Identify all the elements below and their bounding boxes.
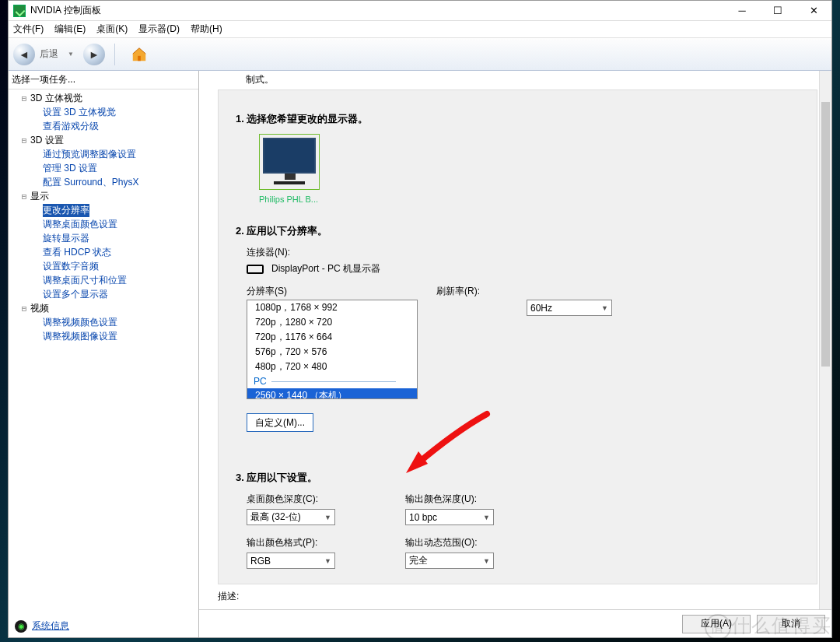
window-title: NVIDIA 控制面板 — [30, 4, 101, 17]
res-item[interactable]: 480p，720 × 480 — [247, 360, 417, 374]
customize-button[interactable]: 自定义(M)... — [247, 413, 313, 432]
resolution-label: 分辨率(S) — [247, 285, 287, 298]
task-sidebar: 选择一项任务... ⊟3D 立体视觉 设置 3D 立体视觉 查看游戏分级 ⊟3D… — [9, 71, 199, 637]
cat-display[interactable]: 显示 — [30, 190, 49, 203]
expand-icon[interactable]: ⊟ — [18, 135, 30, 146]
toolbar: ◄ 后退 ▼ ► — [9, 38, 831, 71]
chevron-down-icon: ▼ — [483, 514, 490, 521]
expand-icon[interactable]: ⊟ — [18, 191, 30, 202]
cat-video[interactable]: 视频 — [30, 302, 49, 315]
menu-desktop[interactable]: 桌面(K) — [96, 23, 128, 36]
close-button[interactable]: ✕ — [796, 1, 831, 21]
item-video-color[interactable]: 调整视频颜色设置 — [43, 316, 117, 329]
system-info-link[interactable]: 系统信息 — [32, 619, 69, 633]
item-surround-physx[interactable]: 配置 Surround、PhysX — [43, 176, 138, 189]
forward-button[interactable]: ► — [83, 44, 105, 65]
nvidia-control-panel-window: NVIDIA 控制面板 ─ ☐ ✕ 文件(F) 编辑(E) 桌面(K) 显示器(… — [8, 0, 832, 638]
main-scrollbar[interactable] — [819, 71, 831, 609]
item-preview-image[interactable]: 通过预览调整图像设置 — [43, 148, 136, 161]
res-item[interactable]: 576p，720 × 576 — [247, 345, 417, 360]
nvidia-icon — [13, 5, 26, 17]
item-hdcp-status[interactable]: 查看 HDCP 状态 — [43, 246, 111, 259]
truncated-text: 制式。 — [246, 73, 274, 86]
refresh-dropdown[interactable]: 60Hz▼ — [527, 300, 612, 316]
refresh-label: 刷新率(R): — [436, 285, 480, 298]
displayport-icon — [247, 265, 264, 274]
chevron-down-icon: ▼ — [324, 557, 331, 565]
output-format-dropdown[interactable]: RGB▼ — [247, 553, 335, 569]
step1-label: 1. 选择您希望更改的显示器。 — [236, 112, 800, 126]
desktop-depth-dropdown[interactable]: 最高 (32-位)▼ — [247, 509, 335, 525]
chevron-down-icon: ▼ — [483, 557, 490, 565]
res-group-pc: PC — [247, 374, 417, 388]
res-item[interactable]: 1080p，1768 × 992 — [247, 300, 417, 315]
res-item[interactable]: 720p，1176 × 664 — [247, 330, 417, 345]
item-change-resolution[interactable]: 更改分辨率 — [43, 204, 89, 217]
minimize-button[interactable]: ─ — [724, 1, 760, 21]
home-icon[interactable] — [131, 46, 148, 63]
desktop-depth-label: 桌面颜色深度(C): — [247, 493, 335, 506]
item-view-game-rating[interactable]: 查看游戏分级 — [43, 120, 99, 133]
maximize-button[interactable]: ☐ — [760, 1, 796, 21]
step2-label: 2. 应用以下分辨率。 — [236, 224, 800, 238]
item-multi-display[interactable]: 设置多个显示器 — [43, 288, 108, 301]
item-manage-3d[interactable]: 管理 3D 设置 — [43, 162, 97, 175]
titlebar[interactable]: NVIDIA 控制面板 ─ ☐ ✕ — [9, 1, 831, 21]
sidebar-heading: 选择一项任务... — [9, 71, 198, 89]
description-label: 描述: — [218, 590, 817, 603]
menu-edit[interactable]: 编辑(E) — [54, 23, 86, 36]
monitor-thumbnail[interactable] — [259, 134, 320, 190]
back-label: 后退 — [40, 47, 58, 61]
dynamic-range-dropdown[interactable]: 完全▼ — [405, 553, 494, 569]
output-depth-label: 输出颜色深度(U): — [405, 493, 494, 506]
back-dropdown-icon[interactable]: ▼ — [68, 51, 74, 58]
item-desktop-color[interactable]: 调整桌面颜色设置 — [43, 218, 117, 231]
task-tree[interactable]: ⊟3D 立体视觉 设置 3D 立体视觉 查看游戏分级 ⊟3D 设置 通过预览调整… — [9, 89, 198, 637]
cat-3d-stereo[interactable]: 3D 立体视觉 — [30, 92, 82, 105]
monitor-name: Philips PHL B... — [259, 195, 800, 204]
chevron-down-icon: ▼ — [601, 304, 608, 312]
watermark: 值什么值得买 — [705, 613, 832, 640]
item-rotate-display[interactable]: 旋转显示器 — [43, 232, 89, 245]
sysinfo-icon: ◉ — [15, 620, 27, 633]
dynamic-range-label: 输出动态范围(O): — [405, 536, 494, 549]
connector-value: DisplayPort - PC 机显示器 — [271, 262, 380, 275]
res-item[interactable]: 720p，1280 × 720 — [247, 315, 417, 330]
menu-display[interactable]: 显示器(D) — [138, 23, 180, 36]
menubar: 文件(F) 编辑(E) 桌面(K) 显示器(D) 帮助(H) — [9, 21, 831, 38]
output-depth-dropdown[interactable]: 10 bpc▼ — [405, 509, 494, 525]
item-set-3d-stereo[interactable]: 设置 3D 立体视觉 — [43, 106, 116, 119]
expand-icon[interactable]: ⊟ — [18, 93, 30, 103]
res-item-selected[interactable]: 2560 × 1440 （本机） — [247, 388, 417, 399]
output-format-label: 输出颜色格式(P): — [247, 536, 335, 549]
menu-help[interactable]: 帮助(H) — [191, 23, 222, 36]
main-panel: 制式。 1. 选择您希望更改的显示器。 Philips PHL B... 2. … — [199, 71, 831, 637]
item-digital-audio[interactable]: 设置数字音频 — [43, 260, 99, 273]
settings-panel: 1. 选择您希望更改的显示器。 Philips PHL B... 2. 应用以下… — [218, 89, 817, 584]
expand-icon[interactable]: ⊟ — [18, 303, 30, 314]
cat-3d-settings[interactable]: 3D 设置 — [30, 134, 64, 147]
connector-label: 连接器(N): — [247, 246, 800, 259]
back-button[interactable]: ◄ — [13, 44, 35, 65]
chevron-down-icon: ▼ — [324, 514, 331, 521]
menu-file[interactable]: 文件(F) — [13, 23, 44, 36]
step3-label: 3. 应用以下设置。 — [236, 471, 800, 485]
item-desktop-size[interactable]: 调整桌面尺寸和位置 — [43, 274, 127, 287]
resolution-listbox[interactable]: 1080p，1768 × 992 720p，1280 × 720 720p，11… — [247, 300, 418, 399]
item-video-image[interactable]: 调整视频图像设置 — [43, 330, 117, 343]
